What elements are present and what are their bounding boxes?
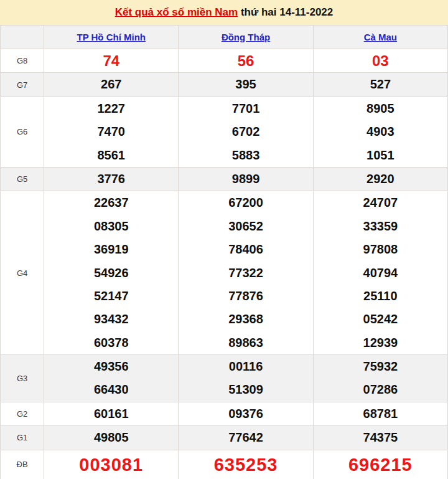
result-value: 67200: [179, 191, 312, 214]
result-value: 03: [314, 49, 447, 72]
result-value: 22637: [44, 191, 178, 214]
result-value: 1051: [314, 144, 447, 167]
result-value: 00116: [179, 355, 312, 378]
result-cell: 696215: [313, 450, 447, 479]
result-cell: 74: [44, 49, 179, 73]
prize-row-G6: G6122774708561770167025883890549031051: [1, 97, 448, 167]
results-body: TP Hồ Chí Minh Đồng Tháp Cà Mau G8745603…: [1, 26, 448, 479]
result-value: 93432: [44, 308, 178, 331]
province-link-dongthap[interactable]: Đồng Tháp: [222, 32, 270, 42]
result-value: 75932: [314, 355, 447, 378]
result-value: 08305: [44, 215, 178, 238]
result-value: 49356: [44, 355, 178, 378]
result-value: 77642: [179, 426, 312, 449]
result-value: 09376: [179, 402, 312, 425]
result-value: 6702: [179, 120, 312, 143]
result-cell: 0011651309: [179, 355, 313, 402]
result-value: 77322: [179, 262, 312, 285]
result-cell: 74375: [313, 426, 447, 450]
result-value: 51309: [179, 378, 312, 401]
column-header-camau: Cà Mau: [313, 26, 447, 49]
result-value: 267: [44, 73, 178, 96]
result-cell: 56: [179, 49, 313, 73]
result-value: 52147: [44, 285, 178, 308]
result-value: 1227: [44, 97, 178, 120]
result-value: 25110: [314, 285, 447, 308]
header-empty-cell: [1, 26, 44, 49]
result-value: 30652: [179, 215, 312, 238]
result-value: 56: [179, 49, 312, 72]
result-value: 54926: [44, 262, 178, 285]
result-value: 49805: [44, 426, 178, 449]
result-cell: 22637083053691954926521479343260378: [44, 191, 179, 355]
result-cell: 770167025883: [179, 97, 313, 167]
result-cell: 003081: [44, 450, 179, 479]
result-value: 395: [179, 73, 312, 96]
result-cell: 09376: [179, 402, 313, 425]
page-title: Kết quả xổ số miền Nam thứ hai 14-11-202…: [0, 0, 448, 25]
result-cell: 3776: [44, 167, 179, 191]
prize-label: G2: [1, 402, 44, 425]
prize-label: G4: [1, 191, 44, 355]
prize-label: ĐB: [1, 450, 44, 479]
result-value: 12939: [314, 331, 447, 354]
result-cell: 395: [179, 73, 313, 97]
result-value: 5883: [179, 144, 312, 167]
result-value: 77876: [179, 285, 312, 308]
result-cell: 03: [313, 49, 447, 73]
result-cell: 122774708561: [44, 97, 179, 167]
result-value: 40794: [314, 262, 447, 285]
column-header-row: TP Hồ Chí Minh Đồng Tháp Cà Mau: [1, 26, 448, 49]
result-cell: 267: [44, 73, 179, 97]
result-cell: 68781: [313, 402, 447, 425]
result-value: 635253: [179, 450, 312, 479]
prize-row-G8: G8745603: [1, 49, 448, 73]
result-value: 7470: [44, 120, 178, 143]
result-value: 24707: [314, 191, 447, 214]
result-value: 74375: [314, 426, 447, 449]
result-cell: 9899: [179, 167, 313, 191]
result-value: 4903: [314, 120, 447, 143]
result-value: 78406: [179, 238, 312, 261]
result-cell: 4935666430: [44, 355, 179, 402]
result-value: 29368: [179, 308, 312, 331]
prize-row-G3: G3493566643000116513097593207286: [1, 355, 448, 402]
prize-label: G5: [1, 167, 44, 191]
result-value: 74: [44, 49, 178, 72]
title-link[interactable]: Kết quả xổ số miền Nam: [115, 6, 238, 18]
result-value: 60378: [44, 331, 178, 354]
prize-label: G3: [1, 355, 44, 402]
result-cell: 24707333599780840794251100524212939: [313, 191, 447, 355]
result-value: 696215: [314, 450, 447, 479]
prize-label: G8: [1, 49, 44, 73]
result-value: 7701: [179, 97, 312, 120]
title-date: thứ hai 14-11-2022: [238, 6, 333, 18]
result-value: 8905: [314, 97, 447, 120]
result-cell: 635253: [179, 450, 313, 479]
results-table: TP Hồ Chí Minh Đồng Tháp Cà Mau G8745603…: [0, 25, 448, 479]
result-cell: 7593207286: [313, 355, 447, 402]
result-value: 9899: [179, 168, 312, 191]
prize-row-G7: G7267395527: [1, 73, 448, 97]
result-value: 33359: [314, 215, 447, 238]
result-value: 07286: [314, 378, 447, 401]
province-link-camau[interactable]: Cà Mau: [364, 32, 397, 42]
result-value: 36919: [44, 238, 178, 261]
result-value: 66430: [44, 378, 178, 401]
prize-row-G4: G422637083053691954926521479343260378672…: [1, 191, 448, 355]
result-cell: 49805: [44, 426, 179, 450]
province-link-hcm[interactable]: TP Hồ Chí Minh: [77, 32, 146, 42]
result-value: 89863: [179, 331, 312, 354]
result-value: 05242: [314, 308, 447, 331]
result-value: 68781: [314, 402, 447, 425]
result-cell: 890549031051: [313, 97, 447, 167]
result-value: 60161: [44, 402, 178, 425]
column-header-dongthap: Đồng Tháp: [179, 26, 313, 49]
result-value: 8561: [44, 144, 178, 167]
column-header-hcm: TP Hồ Chí Minh: [44, 26, 179, 49]
result-cell: 2920: [313, 167, 447, 191]
prize-row-G2: G2601610937668781: [1, 402, 448, 425]
result-value: 3776: [44, 168, 178, 191]
result-value: 2920: [314, 168, 447, 191]
prize-label: G7: [1, 73, 44, 97]
